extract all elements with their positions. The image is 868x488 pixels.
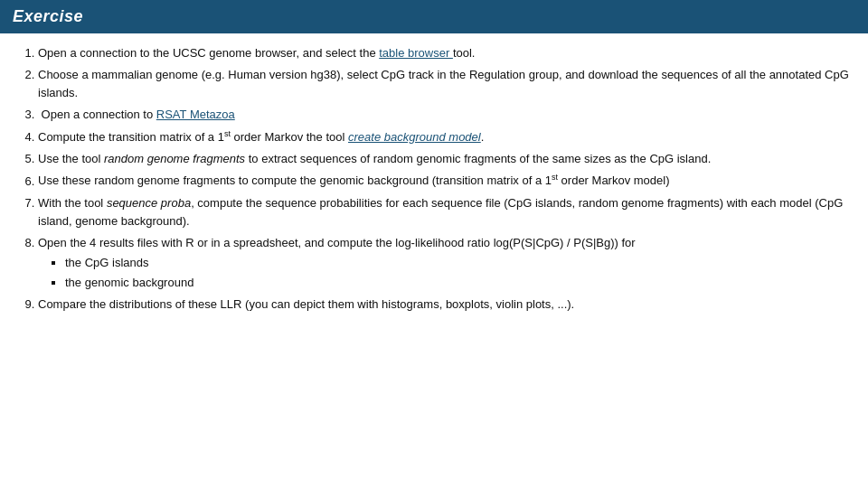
main-content: Open a connection to the UCSC genome bro… [0, 33, 868, 328]
exercise-list: Open a connection to the UCSC genome bro… [18, 44, 850, 314]
list-item: Use the tool random genome fragments to … [38, 150, 850, 168]
list-item: Choose a mammalian genome (e.g. Human ve… [38, 66, 850, 102]
list-item: Compute the transition matrix of a 1st o… [38, 128, 850, 146]
list-item: Open a connection to the UCSC genome bro… [38, 44, 850, 62]
list-item: Compare the distributions of these LLR (… [38, 296, 850, 314]
table-browser-link[interactable]: table browser [379, 46, 453, 60]
list-item: With the tool sequence proba, compute th… [38, 194, 850, 230]
page-header: Exercise [0, 0, 868, 33]
sublist-item: the genomic background [65, 274, 850, 292]
create-background-link[interactable]: create background model [348, 130, 481, 144]
sublist-item: the CpG islands [65, 254, 850, 272]
list-item: Open the 4 results files with R or in a … [38, 234, 850, 292]
page-title: Exercise [13, 7, 83, 25]
rsat-metazoa-link[interactable]: RSAT Metazoa [156, 108, 235, 121]
list-item: Open a connection to RSAT Metazoa [38, 106, 850, 124]
sublist: the CpG islands the genomic background [38, 254, 850, 292]
list-item: Use these random genome fragments to com… [38, 172, 850, 190]
